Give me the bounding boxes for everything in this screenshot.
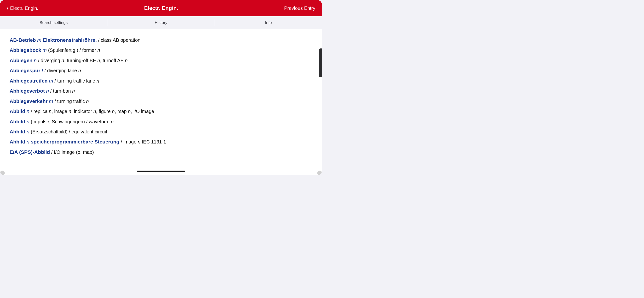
tab-search-settings[interactable]: Search settings	[0, 16, 107, 29]
corner-br	[317, 171, 322, 175]
german-gender: m	[42, 47, 48, 53]
list-item[interactable]: Abbild n / replica n, image n, indicator…	[10, 106, 312, 116]
translation: / class AB operation	[98, 37, 140, 43]
german-term: Abbiegebock	[10, 47, 41, 53]
home-bar	[137, 171, 185, 172]
tab-info[interactable]: Info	[215, 16, 322, 29]
german-term: Abbild	[10, 119, 25, 124]
list-item[interactable]: Abbiegestreifen m / turning traffic lane…	[10, 76, 312, 86]
translation: / I/O image (o. map)	[51, 150, 94, 155]
nav-tabs: Search settings History Info	[0, 16, 322, 29]
translation: (Spulenfertig.) / former n	[48, 48, 100, 53]
translation: / replica n, image n, indicator n, figur…	[31, 109, 154, 114]
list-item[interactable]: Abbild n speicherprogrammierbare Steueru…	[10, 137, 312, 147]
german-term: AB-Betrieb	[10, 37, 36, 43]
list-item[interactable]: Abbiegeverbot n / turn-ban n	[10, 86, 312, 96]
back-label: Electr. Engin.	[10, 6, 38, 11]
translation: / image n IEC 1131-1	[121, 139, 166, 144]
translation: / diverging n, turning-off BE n, turnoff…	[38, 58, 128, 63]
list-item[interactable]: Abbiegebock m (Spulenfertig.) / former n	[10, 45, 312, 55]
scrollbar-notch[interactable]	[319, 49, 322, 77]
tab-info-label: Info	[265, 20, 272, 25]
entry-list: AB-Betrieb m Elektronenstrahlröhre, / cl…	[10, 35, 312, 157]
german-gender: n	[26, 129, 31, 134]
german-gender: n	[46, 88, 50, 94]
german-term: Abbiegespur	[10, 68, 40, 73]
list-item[interactable]: Abbiegen n / diverging n, turning-off BE…	[10, 55, 312, 66]
german-gender: n	[26, 108, 31, 114]
german-term: Abbild	[10, 108, 25, 114]
content-area: AB-Betrieb m Elektronenstrahlröhre, / cl…	[0, 29, 322, 167]
german-term: Abbiegen	[10, 58, 32, 63]
german-term: Abbiegestreifen	[10, 78, 48, 83]
german-term: Abbild	[10, 139, 25, 144]
german-gender: n	[26, 119, 31, 124]
list-item[interactable]: E/A (SPS)-Abbild / I/O image (o. map)	[10, 147, 312, 157]
german-term: Abbiegeverbot	[10, 88, 45, 94]
translation: / turning traffic n	[54, 99, 89, 104]
german-gender: n	[34, 58, 38, 63]
translation: / turn-ban n	[50, 88, 75, 94]
list-item[interactable]: Abbiegeverkehr m / turning traffic n	[10, 96, 312, 106]
header: ‹ Electr. Engin. Electr. Engin. Previous…	[0, 0, 322, 16]
german-term: E/A (SPS)-Abbild	[10, 149, 50, 155]
translation: (Ersatzschaltbild) / equivalent circuit	[31, 129, 107, 134]
german-gender: f	[42, 68, 44, 73]
list-item[interactable]: Abbild n (Ersatzschaltbild) / equivalent…	[10, 127, 312, 137]
german-gender: n	[26, 139, 31, 144]
german-gender: m	[49, 98, 54, 104]
tab-history-label: History	[155, 20, 168, 25]
list-item[interactable]: Abbild n (Impulse, Schwingungen) / wavef…	[10, 117, 312, 127]
home-indicator	[0, 167, 322, 175]
translation: / diverging lane n	[44, 68, 81, 73]
german-gender: m	[37, 37, 43, 43]
back-icon: ‹	[7, 5, 8, 11]
tab-search-settings-label: Search settings	[40, 20, 68, 25]
extra-term: Elektronenstrahlröhre,	[43, 37, 97, 43]
translation: (Impulse, Schwingungen) / waveform n	[31, 119, 114, 124]
back-button[interactable]: ‹ Electr. Engin.	[7, 5, 38, 11]
previous-entry-button[interactable]: Previous Entry	[284, 6, 315, 11]
tab-history[interactable]: History	[107, 16, 214, 29]
list-item[interactable]: Abbiegespur f / diverging lane n	[10, 66, 312, 76]
list-item[interactable]: AB-Betrieb m Elektronenstrahlröhre, / cl…	[10, 35, 312, 45]
german-gender: m	[49, 78, 54, 83]
extra-term: speicherprogrammierbare Steuerung	[31, 139, 119, 144]
german-term: Abbild	[10, 129, 25, 134]
header-title: Electr. Engin.	[144, 5, 178, 11]
german-term: Abbiegeverkehr	[10, 98, 48, 104]
translation: / turning traffic lane n	[54, 78, 99, 83]
